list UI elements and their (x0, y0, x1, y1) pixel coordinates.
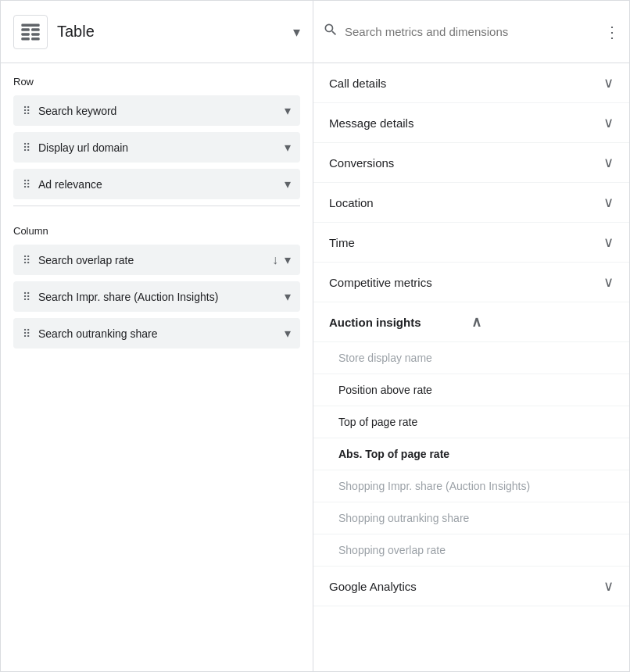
category-chevron: ∨ (603, 577, 614, 595)
svg-rect-2 (31, 28, 39, 31)
category-label: Competitive metrics (329, 276, 603, 289)
left-panel: Table ▾ Row ⠿ Search keyword ▾ ⠿ Display… (1, 1, 313, 671)
column-item-label: Search Impr. share (Auction Insights) (38, 291, 285, 303)
svg-rect-0 (21, 23, 39, 27)
drag-handle-icon: ⠿ (23, 105, 30, 117)
svg-rect-4 (31, 33, 39, 35)
category-label: Conversions (329, 156, 603, 170)
table-icon (13, 15, 48, 49)
svg-rect-5 (21, 38, 29, 41)
svg-rect-6 (31, 38, 39, 41)
column-item-search-impr[interactable]: ⠿ Search Impr. share (Auction Insights) … (13, 281, 300, 312)
category-label: Time (329, 236, 603, 249)
category-location[interactable]: Location ∨ (313, 183, 629, 223)
sub-item-shopping-overlap-rate: Shopping overlap rate (313, 534, 629, 567)
sub-item-abs-top-of-page-rate[interactable]: Abs. Top of page rate (313, 438, 629, 470)
category-label: Message details (329, 116, 603, 130)
svg-rect-1 (21, 28, 29, 31)
drag-handle-icon: ⠿ (23, 291, 30, 303)
drag-handle-icon: ⠿ (23, 327, 30, 340)
sub-item-top-of-page-rate[interactable]: Top of page rate (313, 406, 629, 438)
section-divider (13, 206, 300, 206)
row-item-search-keyword[interactable]: ⠿ Search keyword ▾ (13, 95, 300, 126)
more-options-icon[interactable]: ⋮ (604, 23, 620, 41)
search-icon (323, 22, 338, 41)
row-item-chevron[interactable]: ▾ (285, 140, 291, 155)
drag-handle-icon: ⠿ (23, 178, 30, 191)
category-label: Location (329, 196, 603, 209)
category-message-details[interactable]: Message details ∨ (313, 103, 629, 143)
sub-item-position-above-rate[interactable]: Position above rate (313, 374, 629, 406)
category-chevron: ∨ (603, 74, 614, 91)
category-chevron: ∨ (603, 234, 614, 251)
row-item-label: Search keyword (38, 105, 285, 117)
category-chevron: ∨ (603, 154, 614, 171)
sub-item-shopping-outranking-share: Shopping outranking share (313, 502, 629, 534)
row-item-label: Ad relevance (38, 178, 285, 191)
row-section-label: Row (13, 63, 300, 95)
row-item-display-url[interactable]: ⠿ Display url domain ▾ (13, 132, 300, 163)
chart-type-title: Table (57, 23, 293, 41)
category-google-analytics[interactable]: Google Analytics ∨ (313, 567, 629, 606)
search-input[interactable] (345, 25, 598, 38)
left-header: Table ▾ (1, 1, 313, 63)
category-call-details[interactable]: Call details ∨ (313, 63, 629, 103)
column-item-label: Search outranking share (38, 327, 285, 340)
column-item-search-overlap[interactable]: ⠿ Search overlap rate ↓ ▾ (13, 245, 300, 275)
drag-handle-icon: ⠿ (23, 141, 30, 154)
category-label: Google Analytics (329, 580, 603, 593)
row-item-chevron[interactable]: ▾ (285, 177, 291, 191)
category-auction-insights[interactable]: Auction insights ∧ (313, 302, 629, 342)
category-time[interactable]: Time ∨ (313, 223, 629, 263)
metrics-list: Call details ∨ Message details ∨ Convers… (313, 63, 629, 671)
sort-arrow-icon: ↓ (272, 253, 278, 267)
column-item-label: Search overlap rate (38, 254, 272, 266)
sub-item-store-display-name: Store display name (313, 342, 629, 374)
right-panel: ⋮ Call details ∨ Message details ∨ Conve… (313, 1, 629, 671)
left-body: Row ⠿ Search keyword ▾ ⠿ Display url dom… (1, 63, 313, 671)
category-label: Call details (329, 77, 603, 90)
category-competitive-metrics[interactable]: Competitive metrics ∨ (313, 263, 629, 302)
row-item-label: Display url domain (38, 141, 285, 154)
category-chevron: ∨ (603, 194, 614, 211)
drag-handle-icon: ⠿ (23, 254, 30, 266)
right-header: ⋮ (313, 1, 629, 63)
category-chevron: ∨ (603, 273, 614, 291)
column-item-chevron[interactable]: ▾ (285, 326, 291, 341)
row-item-chevron[interactable]: ▾ (285, 103, 291, 118)
chart-type-chevron[interactable]: ▾ (293, 23, 300, 41)
auction-insights-label: Auction insights (329, 316, 471, 329)
category-chevron: ∨ (603, 114, 614, 131)
svg-rect-3 (21, 33, 29, 35)
column-item-chevron[interactable]: ▾ (285, 252, 291, 267)
row-item-ad-relevance[interactable]: ⠿ Ad relevance ▾ (13, 169, 300, 199)
auction-insights-chevron: ∧ (471, 313, 614, 331)
sub-item-shopping-impr-share: Shopping Impr. share (Auction Insights) (313, 470, 629, 502)
column-item-chevron[interactable]: ▾ (285, 289, 291, 304)
column-section-label: Column (13, 213, 300, 245)
column-item-search-outranking[interactable]: ⠿ Search outranking share ▾ (13, 318, 300, 349)
category-conversions[interactable]: Conversions ∨ (313, 143, 629, 183)
